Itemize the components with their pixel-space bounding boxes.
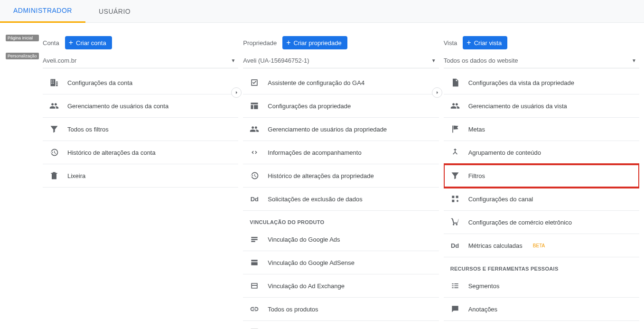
item-label: Configurações de comércio eletrônico — [468, 219, 572, 226]
link-google-ads[interactable]: Vinculação do Google Ads — [243, 228, 439, 251]
property-column: Propriedade + Criar propriedade Aveli (U… — [243, 34, 439, 329]
view-settings[interactable]: Configurações da vista da propriedade — [444, 71, 639, 94]
item-label: Metas — [468, 126, 485, 133]
layout-icon — [250, 101, 259, 111]
account-user-management[interactable]: Gerenciamento de usuários da conta — [43, 94, 238, 118]
adexchange-icon — [250, 281, 259, 291]
item-label: Gerenciamento de usuários da propriedade — [268, 126, 387, 133]
move-to-property-button[interactable] — [231, 87, 242, 98]
property-user-management[interactable]: Gerenciamento de usuários da propriedade — [243, 118, 439, 141]
link-all-products[interactable]: Todos os produtos — [243, 298, 439, 321]
chevron-down-icon: ▼ — [431, 58, 436, 63]
item-label: Histórico de alterações da propriedade — [268, 172, 373, 179]
item-label: Histórico de alterações da conta — [67, 149, 156, 156]
property-data-deletion[interactable]: Dd Solicitações de exclusão de dados — [243, 188, 439, 211]
chevron-down-icon: ▼ — [231, 58, 235, 63]
personal-tools-section: RECURSOS E FERRAMENTAS PESSOAIS — [444, 257, 639, 274]
property-title: Propriedade — [243, 39, 277, 47]
create-account-button[interactable]: + Criar conta — [65, 36, 112, 49]
view-title: Vista — [444, 39, 457, 47]
account-column: Conta + Criar conta Aveli.com.br ▼ Confi… — [43, 34, 238, 329]
view-annotations[interactable]: Anotações — [444, 298, 639, 321]
trash-icon — [49, 171, 59, 180]
people-icon — [450, 101, 460, 111]
item-label: Configurações da vista da propriedade — [468, 79, 574, 86]
property-ga4-assistant[interactable]: Assistente de configuração do GA4 — [243, 71, 439, 94]
item-label: Anotações — [468, 306, 497, 313]
people-icon — [49, 101, 59, 111]
plus-icon: + — [69, 39, 73, 47]
beta-badge: BETA — [533, 243, 545, 248]
filter-icon — [450, 171, 460, 180]
move-to-view-button[interactable] — [432, 87, 442, 98]
history-icon — [250, 171, 259, 180]
item-label: Assistente de configuração do GA4 — [268, 79, 364, 86]
create-view-label: Criar vista — [474, 39, 502, 47]
account-trash[interactable]: Lixeira — [43, 164, 238, 188]
item-label: Configurações do canal — [468, 196, 533, 203]
property-selected-value: Aveli (UA-156946752-1) — [243, 57, 309, 64]
item-label: Informações de acompanhamento — [268, 149, 361, 156]
property-change-history[interactable]: Histórico de alterações da propriedade — [243, 164, 439, 188]
item-label: Segmentos — [468, 282, 500, 290]
link-icon — [250, 304, 259, 314]
link-postbacks[interactable]: Postbacks — [243, 321, 439, 329]
document-icon — [450, 78, 460, 87]
item-label: Filtros — [468, 172, 485, 179]
building-icon — [49, 78, 59, 87]
item-label: Gerenciamento de usuários da conta — [67, 103, 168, 110]
item-label: Configurações da propriedade — [268, 103, 351, 110]
tab-user[interactable]: USUÁRIO — [85, 0, 144, 23]
item-label: Métricas calculadas — [468, 242, 523, 249]
view-content-grouping[interactable]: Agrupamento de conteúdo — [444, 141, 639, 164]
ads-icon — [250, 235, 259, 244]
view-selector[interactable]: Todos os dados do website ▼ — [444, 55, 639, 68]
account-selector[interactable]: Aveli.com.br ▼ — [43, 55, 238, 68]
link-ad-exchange[interactable]: Vinculação do Ad Exchange — [243, 274, 439, 298]
filter-icon — [49, 124, 59, 134]
code-icon — [250, 148, 259, 157]
item-label: Solicitações de exclusão de dados — [268, 196, 362, 203]
property-settings[interactable]: Configurações da propriedade — [243, 94, 439, 118]
item-label: Todos os produtos — [268, 306, 318, 313]
channel-icon — [450, 194, 460, 204]
link-adsense[interactable]: Vinculação do Google AdSense — [243, 251, 439, 274]
adsense-icon — [250, 258, 259, 267]
view-multichannel-funnels[interactable]: Configurações de funis multicanal — [444, 321, 639, 329]
property-tracking-info[interactable]: Informações de acompanhamento — [243, 141, 439, 164]
account-selected-value: Aveli.com.br — [43, 57, 76, 64]
account-all-filters[interactable]: Todos os filtros — [43, 118, 238, 141]
view-user-management[interactable]: Gerenciamento de usuários da vista — [444, 94, 639, 118]
segments-icon — [450, 281, 460, 291]
history-icon — [49, 148, 59, 157]
item-label: Gerenciamento de usuários da vista — [468, 103, 567, 110]
view-selected-value: Todos os dados do website — [444, 57, 518, 64]
property-selector[interactable]: Aveli (UA-156946752-1) ▼ — [243, 55, 439, 68]
arrow-right-icon — [434, 90, 440, 95]
view-column: Vista + Criar vista Todos os dados do we… — [444, 34, 639, 329]
view-goals[interactable]: Metas — [444, 118, 639, 141]
view-segments[interactable]: Segmentos — [444, 274, 639, 298]
flag-icon — [450, 124, 460, 134]
item-label: Vinculação do Google AdSense — [268, 259, 355, 266]
create-account-label: Criar conta — [76, 39, 106, 47]
view-filters[interactable]: Filtros — [444, 164, 639, 188]
merge-icon — [450, 148, 460, 157]
account-title: Conta — [43, 39, 59, 47]
item-label: Configurações da conta — [67, 79, 132, 86]
item-label: Vinculação do Google Ads — [268, 236, 340, 243]
view-ecommerce-settings[interactable]: Configurações de comércio eletrônico — [444, 211, 639, 234]
cart-icon — [450, 217, 460, 227]
view-calculated-metrics[interactable]: Dd Métricas calculadas BETA — [444, 234, 639, 257]
item-label: Lixeira — [67, 172, 85, 179]
dd-icon: Dd — [450, 241, 460, 250]
tab-admin[interactable]: ADMINISTRADOR — [0, 0, 85, 23]
check-square-icon — [250, 78, 259, 87]
view-channel-settings[interactable]: Configurações do canal — [444, 188, 639, 211]
plus-icon: + — [286, 39, 290, 47]
account-change-history[interactable]: Histórico de alterações da conta — [43, 141, 238, 164]
create-view-button[interactable]: + Criar vista — [463, 36, 507, 49]
account-settings[interactable]: Configurações da conta — [43, 71, 238, 94]
product-linking-section: VINCULAÇÃO DO PRODUTO — [243, 211, 439, 228]
create-property-button[interactable]: + Criar propriedade — [282, 36, 347, 49]
